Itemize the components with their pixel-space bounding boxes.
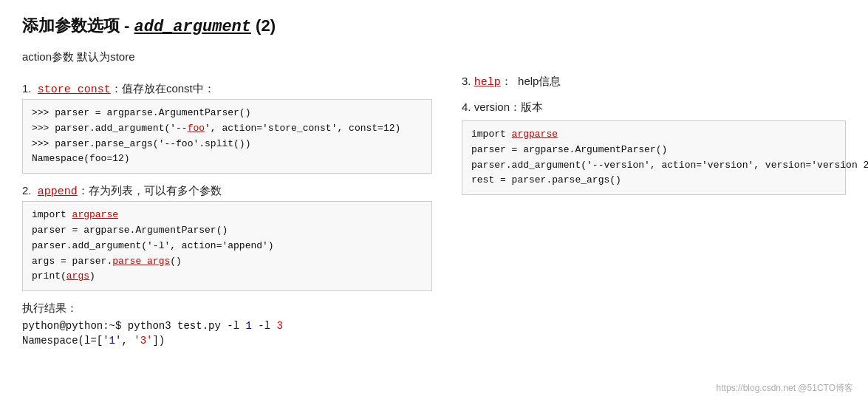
append-line5: print(args) [32, 270, 95, 282]
exec-result-line1: python@python:~$ python3 test.py -l 1 -l… [22, 320, 432, 332]
store-const-code-block: >>> parser = argparse.ArgumentParser() >… [22, 99, 432, 174]
append-line1: import argparse [32, 209, 118, 220]
section4-number: 4. [462, 100, 474, 113]
right-column: 3. help： help信息 4. version：版本 import arg… [462, 75, 846, 350]
page-title: 添加参数选项 - add_argument (2) [22, 15, 846, 37]
section1-desc: ：值存放在const中： [111, 82, 215, 95]
append-line4: args = parser.parse_args() [32, 256, 182, 267]
version-code-block: import argparse parser = argparse.Argume… [462, 120, 846, 195]
exec-prefix: python@python:~$ python3 test.py -l [22, 320, 245, 332]
section-store-const: 1. store_const：值存放在const中： [22, 82, 432, 96]
exec-result-label: 执行结果： [22, 302, 432, 316]
append-line2: parser = argparse.ArgumentParser() [32, 225, 228, 236]
code-line1: >>> parser = argparse.ArgumentParser() [32, 107, 250, 118]
namespace-suffix: ]) [152, 335, 165, 347]
title-prefix: 添加参数选项 - [22, 16, 134, 35]
exec-result-line2: Namespace(l=['1', '3']) [22, 335, 432, 347]
exec-num1: 1 [245, 320, 251, 332]
namespace-q1: '1' [103, 335, 121, 347]
section3-desc: ： help信息 [501, 75, 561, 87]
title-code: add_argument [134, 18, 251, 36]
version-line3: parser.add_argument('--version', action=… [471, 160, 868, 171]
section1-number: 1. [22, 82, 38, 95]
code-line3: >>> parser.parse_args('--foo'.split()) [32, 138, 250, 149]
section3-number: 3. [462, 75, 474, 87]
code-line4: Namespace(foo=12) [32, 153, 130, 164]
append-link: append [38, 185, 78, 198]
title-suffix: (2) [251, 16, 276, 35]
left-column: 1. store_const：值存放在const中： >>> parser = … [22, 75, 432, 350]
section-help: 3. help： help信息 [462, 75, 846, 89]
section-append: 2. append：存为列表，可以有多个参数 [22, 184, 432, 198]
watermark: https://blog.csdn.net @51CTO博客 [717, 382, 853, 395]
exec-num3: 3 [276, 320, 282, 332]
section-version: 4. version：版本 [462, 100, 846, 115]
append-code-block: import argparse parser = argparse.Argume… [22, 201, 432, 291]
code-line2: >>> parser.add_argument('--foo', action=… [32, 123, 400, 134]
namespace-prefix: Namespace(l=[ [22, 335, 103, 347]
section2-number: 2. [22, 184, 38, 197]
namespace-q3: '3' [134, 335, 152, 347]
section-intro: action参数 默认为store [22, 50, 846, 64]
exec-mid: -l [252, 320, 277, 332]
append-line3: parser.add_argument('-l', action='append… [32, 240, 274, 251]
version-label: version：版本 [474, 100, 543, 113]
help-link: help [474, 76, 501, 89]
version-line1: import argparse [471, 129, 558, 140]
store-const-link: store_const [38, 84, 111, 96]
version-line2: parser = argparse.ArgumentParser() [471, 144, 667, 155]
version-line4: rest = parser.parse_args() [471, 174, 621, 185]
section2-desc: ：存为列表，可以有多个参数 [78, 184, 222, 197]
namespace-comma: , [121, 335, 134, 347]
